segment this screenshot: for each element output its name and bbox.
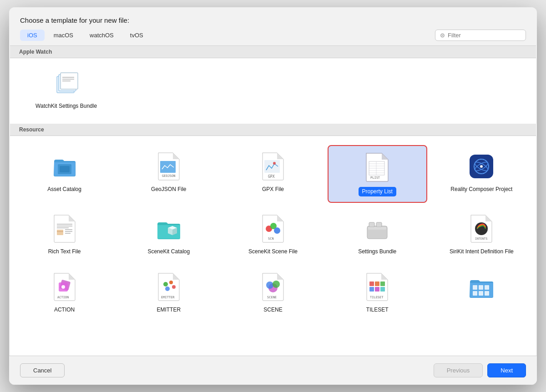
- cancel-button[interactable]: Cancel: [20, 363, 65, 377]
- svg-text:SCENE: SCENE: [267, 296, 277, 299]
- svg-text:GEOJSON: GEOJSON: [162, 174, 176, 178]
- svg-rect-71: [473, 291, 477, 296]
- item-geojson-file[interactable]: GEOJSON GeoJSON File: [119, 145, 218, 203]
- svg-rect-64: [369, 287, 374, 291]
- watchkit-settings-label: WatchKit Settings Bundle: [35, 103, 97, 110]
- item-asset-catalog[interactable]: Asset Catalog: [15, 145, 114, 203]
- item-scenekit-catalog[interactable]: SceneKit Catalog: [119, 207, 218, 261]
- tab-macos[interactable]: macOS: [46, 30, 81, 41]
- svg-point-54: [172, 285, 176, 289]
- scenekit-catalog-icon: [155, 215, 182, 242]
- item-gpx-file[interactable]: GPX GPX File: [223, 145, 323, 203]
- item-tileset[interactable]: TILESET TILESET: [328, 266, 427, 319]
- svg-point-58: [266, 281, 273, 289]
- svg-rect-61: [369, 281, 374, 286]
- rich-text-icon: [52, 214, 77, 243]
- action-icon: ACTION: [52, 272, 77, 302]
- svg-rect-45: [368, 227, 386, 230]
- folder-grid-icon: [467, 273, 495, 301]
- scenekit-scene-label: SceneKit Scene File: [248, 248, 298, 256]
- svg-rect-63: [380, 281, 385, 286]
- svg-rect-72: [479, 291, 483, 296]
- svg-text:GPX: GPX: [268, 175, 275, 179]
- svg-text:SCN: SCN: [268, 237, 274, 241]
- asset-catalog-label: Asset Catalog: [47, 186, 81, 193]
- item-folder-grid[interactable]: [432, 266, 531, 319]
- emitter-label: EMITTER: [157, 307, 181, 314]
- filter-icon: ⊜: [440, 32, 445, 39]
- item-sirikit-intent[interactable]: INTENTS SiriKit Intent Definition File: [432, 207, 531, 261]
- item-action[interactable]: ACTION ACTION: [15, 266, 114, 319]
- scene-icon: SCENE: [261, 272, 285, 302]
- item-scene[interactable]: SCENE SCENE: [223, 266, 323, 319]
- section-resource: Resource: [10, 124, 536, 136]
- tileset-label: TILESET: [366, 307, 389, 314]
- svg-point-11: [273, 162, 276, 165]
- scenekit-catalog-icon-wrap: [153, 213, 185, 245]
- svg-rect-66: [380, 287, 385, 291]
- item-property-list[interactable]: PLIST Property List: [328, 145, 427, 203]
- emitter-icon-wrap: EMITTER: [153, 271, 185, 303]
- svg-text:INTENTS: INTENTS: [475, 237, 487, 241]
- gpx-icon-wrap: GPX: [257, 151, 289, 182]
- svg-rect-30: [57, 230, 63, 235]
- watchkit-settings-icon-wrap: [51, 67, 82, 99]
- svg-point-55: [165, 286, 170, 291]
- item-emitter[interactable]: EMITTER EMITTER: [119, 266, 218, 319]
- svg-point-24: [480, 165, 483, 168]
- item-watchkit-settings[interactable]: WatchKit Settings Bundle: [15, 58, 118, 119]
- item-rich-text[interactable]: Rich Text File: [15, 207, 114, 261]
- gpx-label: GPX File: [262, 186, 284, 193]
- svg-rect-68: [473, 285, 477, 290]
- content-area: Apple Watch WatchKit Settings Bundle: [10, 45, 536, 356]
- sirikit-intent-icon-wrap: INTENTS: [465, 213, 497, 245]
- tileset-icon: TILESET: [365, 272, 389, 302]
- svg-point-40: [274, 227, 280, 234]
- svg-text:EMITTER: EMITTER: [161, 296, 175, 299]
- svg-rect-7: [60, 166, 70, 172]
- action-label: ACTION: [54, 307, 75, 314]
- geojson-icon-wrap: GEOJSON: [153, 151, 185, 182]
- tab-tvos[interactable]: tvOS: [123, 30, 151, 41]
- folder-grid-icon-wrap: [465, 271, 497, 303]
- watchkit-grid: WatchKit Settings Bundle: [10, 58, 536, 124]
- svg-point-52: [163, 282, 168, 286]
- section-apple-watch: Apple Watch: [10, 46, 536, 58]
- settings-bundle-label: Settings Bundle: [358, 248, 396, 256]
- resource-grid: Asset Catalog GEOJSON GeoJSON File: [10, 136, 536, 328]
- tabs-row: iOS macOS watchOS tvOS ⊜: [9, 30, 537, 45]
- footer-right: Previous Next: [434, 363, 526, 377]
- tab-watchos[interactable]: watchOS: [82, 30, 121, 41]
- settings-bundle-icon: [364, 215, 391, 242]
- svg-rect-43: [369, 222, 374, 227]
- sirikit-intent-label: SiriKit Intent Definition File: [450, 248, 514, 256]
- filter-input[interactable]: [448, 32, 511, 39]
- svg-rect-65: [375, 287, 379, 291]
- rich-text-icon-wrap: [49, 213, 81, 245]
- reality-composer-icon: [468, 153, 495, 180]
- tileset-icon-wrap: TILESET: [361, 271, 393, 303]
- svg-rect-62: [375, 281, 379, 286]
- svg-rect-70: [485, 285, 489, 290]
- filter-box: ⊜: [435, 30, 526, 41]
- scene-icon-wrap: SCENE: [257, 271, 289, 303]
- svg-rect-69: [479, 285, 483, 290]
- item-scenekit-scene[interactable]: SCN SceneKit Scene File: [223, 207, 323, 261]
- property-list-icon: PLIST: [364, 152, 390, 182]
- next-button[interactable]: Next: [487, 363, 526, 377]
- reality-composer-label: Reality Composer Project: [450, 186, 512, 193]
- gpx-icon: GPX: [261, 152, 285, 181]
- svg-rect-44: [376, 222, 382, 227]
- previous-button[interactable]: Previous: [434, 363, 483, 377]
- scenekit-scene-icon-wrap: SCN: [257, 213, 289, 245]
- asset-catalog-icon: [51, 152, 79, 181]
- item-settings-bundle[interactable]: Settings Bundle: [328, 207, 427, 261]
- item-reality-composer[interactable]: Reality Composer Project: [432, 145, 531, 203]
- svg-point-59: [273, 281, 280, 288]
- dialog: Choose a template for your new file: iOS…: [9, 7, 537, 385]
- svg-text:PLIST: PLIST: [370, 176, 380, 180]
- tab-ios[interactable]: iOS: [20, 30, 45, 41]
- geojson-label: GeoJSON File: [151, 186, 186, 193]
- rich-text-label: Rich Text File: [48, 248, 81, 256]
- svg-text:ACTION: ACTION: [57, 296, 69, 299]
